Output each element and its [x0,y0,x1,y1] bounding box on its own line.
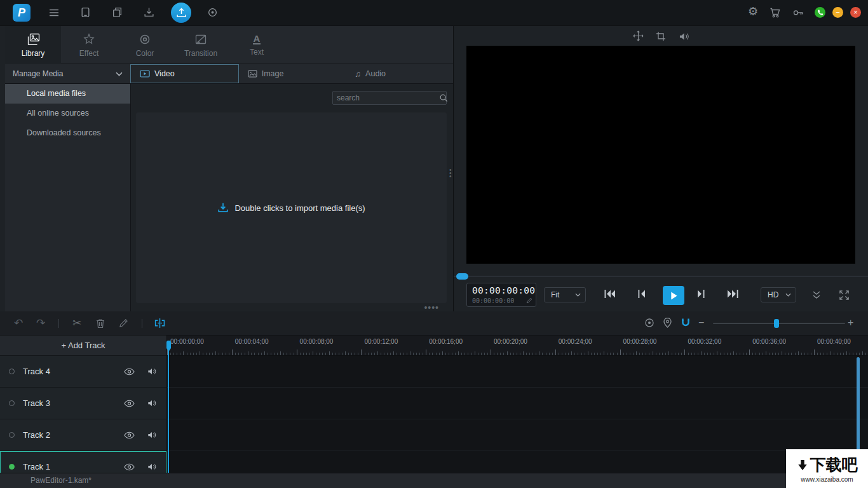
track-mute-speaker-icon[interactable] [144,463,160,471]
crop-icon[interactable] [656,31,666,41]
panel-resize-handle-vertical[interactable]: ••• [449,168,452,178]
seek-handle[interactable] [456,273,468,280]
track-record-dot[interactable] [9,464,15,470]
timecode-current: 00:00:00:00 [472,285,535,295]
manage-media-label: Manage Media [13,69,116,78]
skip-to-end-button[interactable] [727,289,739,299]
track-mute-speaker-icon[interactable] [144,399,160,407]
whatsapp-button[interactable] [815,7,825,18]
delete-trash-icon[interactable] [96,318,105,329]
previous-frame-button[interactable] [637,289,646,299]
timeline-lane[interactable] [167,356,868,388]
ruler-time-label: 00:00:00;00 [170,338,204,345]
tab-effect-label: Effect [79,49,98,58]
track-visibility-eye-icon[interactable] [121,431,137,439]
edit-pencil-icon[interactable] [119,318,128,328]
source-all-online-sources[interactable]: All online sources [5,104,130,123]
copy-icon[interactable] [112,7,123,18]
track-visibility-eye-icon[interactable] [121,463,137,471]
audio-note-icon: ♫ [355,69,361,79]
cut-scissors-icon[interactable]: ✂ [72,318,81,329]
tab-audio[interactable]: ♫ Audio [346,64,453,83]
timeline-lane[interactable] [167,388,868,419]
track-header-track3[interactable]: Track 3 [0,388,166,419]
titlebar: P ⚙ − × [0,0,868,25]
timeline-lane[interactable] [167,419,868,451]
tab-library[interactable]: Library [5,26,61,64]
import-icon[interactable] [144,7,154,18]
split-clip-icon[interactable] [154,318,165,329]
undo-icon[interactable]: ↶ [14,318,23,329]
play-icon [670,291,678,301]
source-local-media-files[interactable]: Local media files [5,84,130,104]
zoom-mode-select[interactable]: Fit [544,287,586,302]
video-preview-screen [466,46,855,264]
app-logo[interactable]: P [13,4,31,22]
quality-select[interactable]: HD [761,287,796,302]
play-button[interactable] [663,286,684,305]
tab-image[interactable]: Image [239,64,346,83]
zoom-slider[interactable] [713,323,845,324]
track-record-dot[interactable] [9,432,15,438]
zoom-in-icon[interactable]: + [848,317,853,329]
search-input[interactable] [333,93,439,102]
color-icon [139,33,151,46]
track-record-dot[interactable] [9,369,15,374]
next-frame-button[interactable] [697,289,705,299]
tab-video[interactable]: Video [130,64,239,83]
save-project-icon[interactable] [80,7,91,18]
track-header-track4[interactable]: Track 4 [0,356,166,388]
track-name: Track 2 [23,430,121,440]
zoom-slider-handle[interactable] [774,319,779,328]
menu-icon[interactable] [48,7,60,18]
skip-to-start-button[interactable] [604,289,616,299]
search-icon[interactable] [439,93,452,102]
record-icon[interactable] [207,7,218,18]
playhead-line [168,349,169,473]
track-visibility-eye-icon[interactable] [121,400,137,407]
panel-tab-bar: Library Effect Color Transition [5,26,453,64]
timecode-display[interactable]: 00:00:00:00 00:00:00:00 [466,283,536,307]
marker-pin-icon[interactable] [663,318,672,328]
collapse-double-chevron-icon[interactable] [811,290,822,300]
app-logo-letter: P [18,6,25,20]
import-media-dropzone[interactable]: Double clicks to import media file(s) [136,112,447,303]
add-track-button[interactable]: + Add Track [0,336,166,356]
track-mute-speaker-icon[interactable] [144,431,160,439]
source-downloaded-sources[interactable]: Downloaded sources [5,123,130,143]
edit-timecode-pencil-icon[interactable] [526,297,532,304]
watermark: 下载吧 www.xiazaiba.com [786,449,868,488]
export-upload-button[interactable] [171,3,191,23]
manage-media-dropdown[interactable]: Manage Media [5,64,130,83]
minimize-button[interactable]: − [832,7,843,18]
text-icon: A [253,34,261,44]
download-icon [217,202,229,214]
track-header-track2[interactable]: Track 2 [0,419,166,451]
settings-gear-icon[interactable]: ⚙ [748,6,758,17]
cart-icon[interactable] [770,7,781,18]
tab-video-label: Video [154,69,175,78]
tab-transition[interactable]: Transition [173,26,229,64]
track-visibility-eye-icon[interactable] [121,368,137,376]
key-icon[interactable] [792,7,804,18]
redo-icon[interactable]: ↷ [36,318,45,329]
toolbar-separator [142,319,142,328]
timeline-ruler[interactable]: 00:00:00;0000:00:04;0000:00:08;0000:00:1… [167,336,868,356]
seek-bar[interactable] [454,276,868,277]
magnet-snap-icon[interactable] [681,318,691,328]
track-record-dot[interactable] [9,400,15,406]
media-source-list: Local media files All online sources Dow… [5,84,130,311]
tab-color[interactable]: Color [117,26,173,64]
timeline-lanes[interactable] [167,356,868,473]
volume-icon[interactable] [679,32,689,41]
move-icon[interactable] [633,30,644,41]
track-mute-speaker-icon[interactable] [144,367,160,376]
track-name: Track 1 [23,462,121,471]
fullscreen-icon[interactable] [839,290,850,301]
tab-text[interactable]: A Text [229,26,285,64]
zoom-out-icon[interactable]: − [698,317,704,329]
tab-effect[interactable]: Effect [61,26,117,64]
close-button[interactable]: × [850,7,861,18]
keyframe-icon[interactable] [644,318,654,328]
project-name: PawEditor-1.kam* [31,476,92,485]
